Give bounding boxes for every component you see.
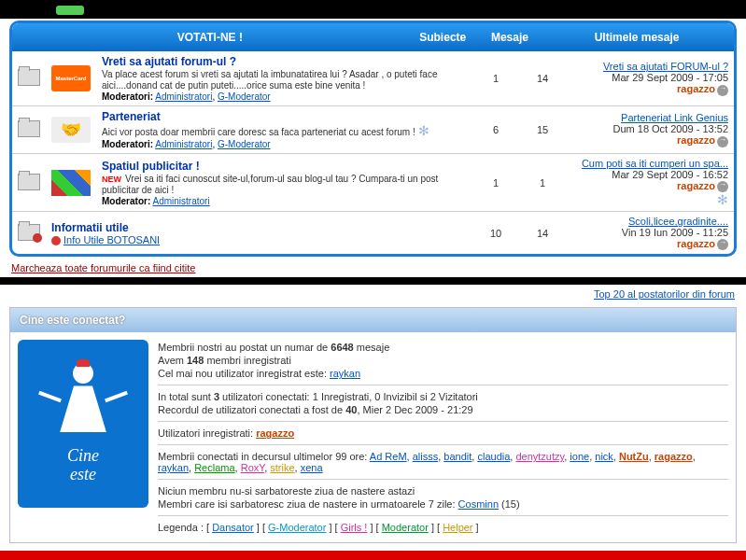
- last-post-link[interactable]: Parteneriat Link Genius: [621, 112, 728, 123]
- legend-helper[interactable]: Helper: [443, 522, 472, 533]
- subforum-link[interactable]: Info Utile BOTOSANI: [63, 234, 160, 245]
- mark-all-read-link[interactable]: Marcheaza toate forumurile ca fiind citi…: [0, 259, 206, 277]
- forum-row: 🤝 Parteneriat Aici vor posta doar membri…: [12, 106, 734, 154]
- recent-user-link[interactable]: ione: [570, 451, 589, 462]
- last-post-link[interactable]: Scoli,licee,gradinite....: [628, 216, 728, 227]
- mod-link[interactable]: G-Moderator: [218, 91, 271, 102]
- folder-icon: [18, 69, 40, 86]
- goto-icon[interactable]: [717, 239, 728, 250]
- mod-link[interactable]: Administratori: [155, 91, 212, 102]
- recent-user-link[interactable]: nick: [595, 451, 613, 462]
- forum-desc: Va place acest forum si vreti sa ajutati…: [102, 69, 437, 91]
- section-header: VOTATI-NE ! Subiecte Mesaje Ultimele mes…: [12, 23, 734, 51]
- forum-desc: Aici vor posta doar membrii care doresc …: [102, 127, 415, 137]
- birthday-user-link[interactable]: Cosminn: [458, 498, 499, 510]
- subj-count: 10: [472, 212, 519, 255]
- handshake-icon: 🤝: [51, 117, 91, 143]
- recent-user-link[interactable]: strike: [270, 462, 294, 473]
- user-link[interactable]: ragazzo: [256, 427, 294, 439]
- recent-user-link[interactable]: ragazzo: [655, 451, 693, 462]
- recent-user-link[interactable]: denytzutzy: [515, 451, 564, 462]
- last-date: Dum 18 Oct 2009 - 13:52: [612, 123, 728, 134]
- col-mesaje: Mesaje: [480, 31, 540, 44]
- recent-user-link[interactable]: NutZu: [619, 451, 649, 462]
- col-votati[interactable]: VOTATI-NE !: [14, 31, 406, 44]
- mod-link[interactable]: Administratori: [152, 196, 209, 206]
- mid-black-bar: [0, 277, 746, 285]
- recent-user-link[interactable]: xena: [301, 462, 323, 473]
- msg-count: 15: [519, 106, 566, 154]
- newest-user-link[interactable]: raykan: [330, 368, 360, 379]
- legend: Legenda : [ Dansator ] [ G-Moderator ] […: [158, 522, 728, 533]
- top-black-bar: [0, 0, 746, 19]
- folder-icon: [18, 174, 40, 190]
- recent-user-link[interactable]: RoxY: [241, 462, 264, 473]
- bottom-red-bar: [0, 551, 746, 560]
- goto-icon[interactable]: [717, 136, 728, 147]
- legend-dansator[interactable]: Dansator: [212, 522, 254, 533]
- forum-section: VOTATI-NE ! Subiecte Mesaje Ultimele mes…: [9, 21, 737, 257]
- top-posters-link[interactable]: Top 20 al postatorilor din forum: [594, 288, 735, 300]
- who-online-section: Cine este conectat? Cine este Membrii no…: [9, 307, 737, 543]
- legend-gmoderator[interactable]: G-Moderator: [268, 522, 326, 533]
- subj-count: 1: [472, 154, 519, 212]
- chart-icon: [51, 170, 91, 196]
- last-post-link[interactable]: Vreti sa ajutati FORUM-ul ?: [603, 61, 728, 72]
- recent-user-link[interactable]: Ad ReM: [370, 451, 407, 462]
- recent-user-link[interactable]: raykan: [158, 462, 189, 473]
- subj-count: 1: [472, 51, 519, 106]
- col-subiecte: Subiecte: [408, 31, 478, 44]
- legend-moderator[interactable]: Moderator: [382, 522, 429, 533]
- forum-title-link[interactable]: Informatii utile: [51, 221, 129, 234]
- msg-count: 14: [519, 212, 566, 255]
- who-online-avatar: Cine este: [18, 340, 148, 508]
- forum-title-link[interactable]: Spatiul publicitar !: [102, 160, 200, 173]
- birthday-today: Niciun membru nu-si sarbatoreste ziua de…: [158, 485, 728, 497]
- last-author: ragazzo: [677, 180, 715, 191]
- red-dot-icon: [51, 236, 61, 245]
- recent-user-link[interactable]: alisss: [413, 451, 439, 462]
- legend-girls[interactable]: Girls !: [341, 522, 368, 533]
- last-date: Vin 19 Iun 2009 - 11:25: [622, 227, 728, 238]
- msg-count: 14: [519, 51, 566, 106]
- forum-title-link[interactable]: Parteneriat: [102, 110, 161, 123]
- forum-row: MasterCard Vreti sa ajutati forum-ul ? V…: [12, 51, 734, 106]
- goto-icon[interactable]: [717, 181, 728, 192]
- who-online-stats: Membrii nostri au postat un numar de 664…: [150, 332, 736, 542]
- mod-link[interactable]: Administratori: [155, 139, 212, 149]
- star-icon: ✻: [571, 192, 728, 207]
- mastercard-icon: MasterCard: [51, 65, 91, 91]
- new-badge: NEW: [102, 175, 121, 184]
- goto-icon[interactable]: [717, 85, 728, 96]
- forum-row: Spatiul publicitar ! NEWVrei sa iti faci…: [12, 154, 734, 212]
- who-online-header: Cine este conectat?: [10, 308, 736, 332]
- recent-user-link[interactable]: bandit: [443, 451, 472, 462]
- forum-table: MasterCard Vreti sa ajutati forum-ul ? V…: [12, 51, 734, 254]
- top-posters-links: Top 20 al postatorilor din forum: [0, 285, 746, 303]
- mod-link[interactable]: G-Moderator: [218, 139, 271, 149]
- col-ultimele: Ultimele mesaje: [542, 31, 732, 44]
- last-date: Mar 29 Sept 2009 - 16:52: [612, 169, 728, 180]
- subj-count: 6: [472, 106, 519, 154]
- msg-count: 1: [519, 154, 566, 212]
- last-author: ragazzo: [677, 134, 715, 146]
- forum-desc: Vrei sa iti faci cunoscut site-ul,forum-…: [102, 174, 438, 195]
- forum-title-link[interactable]: Vreti sa ajutati forum-ul ?: [102, 55, 236, 68]
- folder-lock-icon: [18, 224, 40, 241]
- recent-user-link[interactable]: claudia: [477, 451, 510, 462]
- last-author: ragazzo: [677, 83, 715, 94]
- folder-icon: [18, 120, 40, 137]
- status-pill-icon: [56, 6, 84, 15]
- last-post-link[interactable]: Cum poti sa iti cumperi un spa...: [582, 158, 728, 169]
- last-author: ragazzo: [677, 238, 715, 249]
- last-date: Mar 29 Sept 2009 - 17:05: [612, 72, 728, 83]
- recent-user-link[interactable]: Reclama: [194, 462, 234, 473]
- forum-row: Informatii utile Info Utile BOTOSANI 10 …: [12, 212, 734, 255]
- star-icon: ✻: [418, 123, 429, 138]
